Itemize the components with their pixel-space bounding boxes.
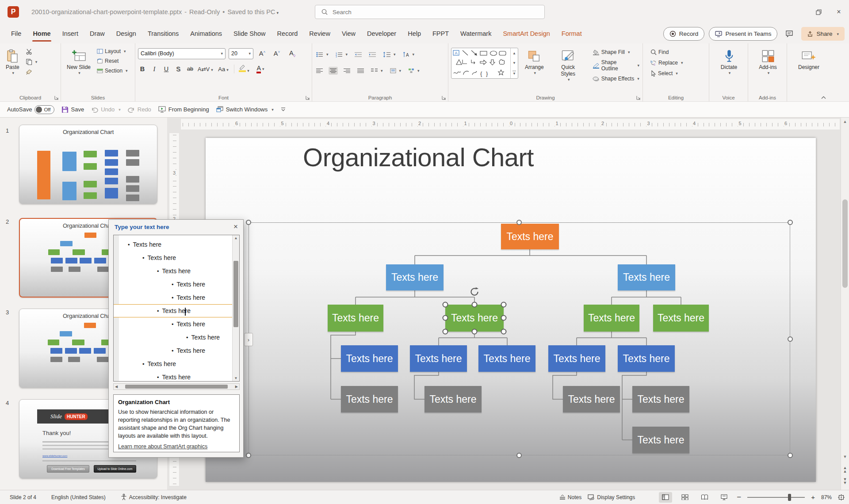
align-right-button[interactable] xyxy=(342,68,352,74)
layout-button[interactable]: Layout▾ xyxy=(96,48,129,55)
text-pane-hscrollbar[interactable]: ◀▶ xyxy=(113,383,240,390)
shape-effects-button[interactable]: Shape Effects▾ xyxy=(591,75,641,82)
character-spacing-button[interactable]: A⇄V▾ xyxy=(198,66,213,73)
zoom-slider[interactable] xyxy=(747,497,805,498)
search-input[interactable] xyxy=(332,8,509,16)
bullets-button[interactable]: ▾ xyxy=(315,51,330,58)
org-chart-box-gray[interactable]: Texts here xyxy=(632,427,689,453)
columns-button[interactable]: ▾ xyxy=(370,68,384,74)
reading-view-button[interactable] xyxy=(698,492,711,503)
next-slide-button[interactable]: ▼▼ xyxy=(841,477,849,485)
text-pane-item[interactable]: •Texts here xyxy=(114,264,232,278)
numbering-button[interactable]: 123▾ xyxy=(334,51,349,58)
saved-status[interactable]: Saved to this PC xyxy=(227,8,275,15)
decrease-indent-button[interactable] xyxy=(353,51,363,58)
save-button[interactable]: Save xyxy=(61,106,84,113)
slide-1-thumbnail[interactable]: Organizational Chart xyxy=(19,125,157,204)
select-button[interactable]: Select▾ xyxy=(649,70,707,77)
powerpoint-logo-icon[interactable]: P xyxy=(8,6,19,18)
strikethrough-button[interactable]: ab xyxy=(186,66,195,72)
tab-transitions[interactable]: Transitions xyxy=(142,24,184,43)
justify-button[interactable] xyxy=(356,68,365,74)
dictate-button[interactable]: Dictate▾ xyxy=(712,46,746,78)
org-chart-box-dark_blue[interactable]: Texts here xyxy=(548,345,605,372)
org-chart-box-green[interactable]: Texts here xyxy=(653,305,709,332)
tab-slide-show[interactable]: Slide Show xyxy=(228,24,272,43)
org-chart-box-orange[interactable]: Texts here xyxy=(501,224,559,249)
font-size-select[interactable]: 20▾ xyxy=(229,48,253,59)
qat-overflow-button[interactable] xyxy=(281,107,286,111)
line-spacing-button[interactable]: ▾ xyxy=(382,51,397,58)
comments-button[interactable] xyxy=(782,27,797,41)
quick-styles-button[interactable]: Quick Styles▾ xyxy=(551,46,586,84)
org-chart-box-gray[interactable]: Texts here xyxy=(632,386,689,412)
shape-resize-handle[interactable] xyxy=(443,302,448,308)
shape-resize-handle[interactable] xyxy=(501,329,507,335)
addins-button[interactable]: Add-ins▾ xyxy=(751,46,785,78)
switch-windows-button[interactable]: Switch Windows▾ xyxy=(216,106,274,113)
from-beginning-button[interactable]: From Beginning xyxy=(158,106,209,113)
smartart-frame-handle[interactable] xyxy=(246,453,251,458)
download-templates-button[interactable]: Download Free Templates xyxy=(47,465,89,473)
smartart-learn-more-link[interactable]: Learn more about SmartArt graphics xyxy=(118,443,235,451)
text-pane-vscrollbar[interactable]: ▲ ▼ xyxy=(232,235,239,381)
text-pane-item[interactable]: •Texts here xyxy=(114,357,232,370)
autosave-toggle[interactable]: AutoSave Off xyxy=(7,105,54,114)
paragraph-dialog-launcher[interactable] xyxy=(442,95,446,100)
org-chart-box-green[interactable]: Texts here xyxy=(584,305,639,332)
scroll-up-icon[interactable]: ▲ xyxy=(841,119,849,124)
smartart-frame-handle[interactable] xyxy=(788,220,793,225)
text-pane-toggle[interactable]: › xyxy=(244,333,253,346)
tab-draw[interactable]: Draw xyxy=(84,24,111,43)
increase-font-size-button[interactable]: A˄ xyxy=(256,50,268,57)
slide-indicator[interactable]: Slide 2 of 4 xyxy=(10,494,36,500)
text-direction-button[interactable]: A▾ xyxy=(402,51,416,58)
paste-button[interactable]: Paste▾ xyxy=(3,46,23,78)
scroll-down-icon[interactable]: ▼ xyxy=(841,454,849,459)
text-pane-close-icon[interactable]: × xyxy=(233,222,238,231)
org-chart-box-blue[interactable]: Texts here xyxy=(618,264,675,290)
shape-resize-handle[interactable] xyxy=(472,302,478,308)
close-window-button[interactable]: × xyxy=(829,0,849,24)
org-chart-box-blue[interactable]: Texts here xyxy=(386,264,444,290)
fit-slide-button[interactable] xyxy=(838,494,845,500)
shape-resize-handle[interactable] xyxy=(472,329,478,335)
font-color-button[interactable]: A▾ xyxy=(254,65,267,73)
zoom-slider-thumb[interactable] xyxy=(788,494,791,501)
designer-button[interactable]: Designer xyxy=(790,46,828,73)
org-chart-box-green-selected[interactable]: Texts here xyxy=(445,305,504,332)
record-button[interactable]: Record xyxy=(663,27,705,41)
text-pane-item[interactable]: •Texts here xyxy=(114,238,232,251)
shapes-gallery[interactable]: A xyxy=(451,48,518,79)
shape-fill-button[interactable]: Shape Fill▾ xyxy=(591,49,641,56)
convert-to-smartart-button[interactable]: ▾ xyxy=(407,68,421,74)
tab-home[interactable]: Home xyxy=(27,24,56,43)
language-indicator[interactable]: English (United States) xyxy=(51,494,106,500)
shape-resize-handle[interactable] xyxy=(501,302,507,308)
tab-help[interactable]: Help xyxy=(402,24,427,43)
shadow-button[interactable]: S xyxy=(174,65,183,73)
font-dialog-launcher[interactable] xyxy=(306,95,310,100)
tab-file[interactable]: File xyxy=(5,24,27,43)
text-pane-item[interactable]: •Texts here xyxy=(114,304,232,317)
tab-smartart-design[interactable]: SmartArt Design xyxy=(497,24,555,43)
text-pane-item[interactable]: •Texts here xyxy=(114,291,232,304)
cut-button[interactable] xyxy=(24,48,39,55)
previous-slide-button[interactable]: ▲▲ xyxy=(841,466,849,473)
find-button[interactable]: Find xyxy=(649,49,707,56)
smartart-frame-handle[interactable] xyxy=(788,453,793,458)
format-painter-button[interactable] xyxy=(24,68,39,76)
smartart-selection-frame[interactable] xyxy=(249,222,790,455)
align-text-button[interactable]: ▾ xyxy=(389,68,403,74)
tab-watermark[interactable]: Watermark xyxy=(455,24,497,43)
display-settings-button[interactable]: Display Settings xyxy=(588,494,635,500)
tab-insert[interactable]: Insert xyxy=(57,24,84,43)
shapes-gallery-scroll[interactable]: ▲▼▼ xyxy=(510,48,518,78)
text-pane-item[interactable]: •Texts here xyxy=(114,344,232,357)
scrollbar-thumb[interactable] xyxy=(842,199,848,288)
text-pane-item[interactable]: •Texts here xyxy=(114,370,232,382)
normal-view-button[interactable] xyxy=(659,492,672,503)
shape-outline-button[interactable]: Shape Outline▾ xyxy=(591,59,641,72)
restore-window-button[interactable] xyxy=(808,0,829,24)
smartart-frame-handle[interactable] xyxy=(516,453,522,458)
